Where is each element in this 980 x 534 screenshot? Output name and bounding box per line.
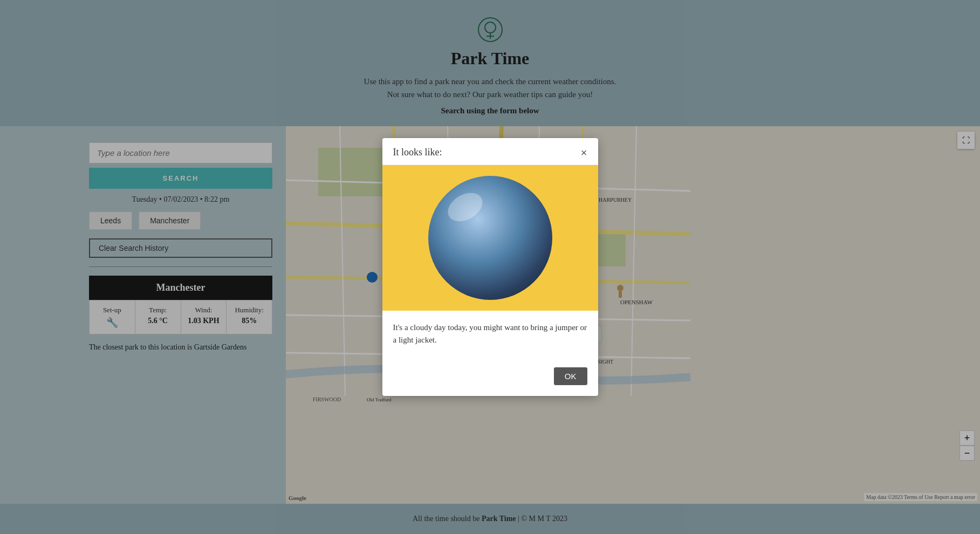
- modal-description: It's a cloudy day today, you might want …: [393, 321, 587, 346]
- modal-body: It's a cloudy day today, you might want …: [382, 311, 598, 367]
- modal-close-button[interactable]: ×: [581, 147, 587, 158]
- modal-footer: OK: [382, 367, 598, 396]
- modal: It looks like: × It's a cloudy day today…: [382, 138, 598, 396]
- modal-title: It looks like:: [393, 147, 442, 158]
- modal-cloudy-image: [428, 176, 552, 300]
- modal-image-container: [382, 165, 598, 311]
- modal-ok-button[interactable]: OK: [554, 367, 587, 385]
- modal-header: It looks like: ×: [382, 138, 598, 165]
- modal-overlay[interactable]: It looks like: × It's a cloudy day today…: [0, 0, 980, 534]
